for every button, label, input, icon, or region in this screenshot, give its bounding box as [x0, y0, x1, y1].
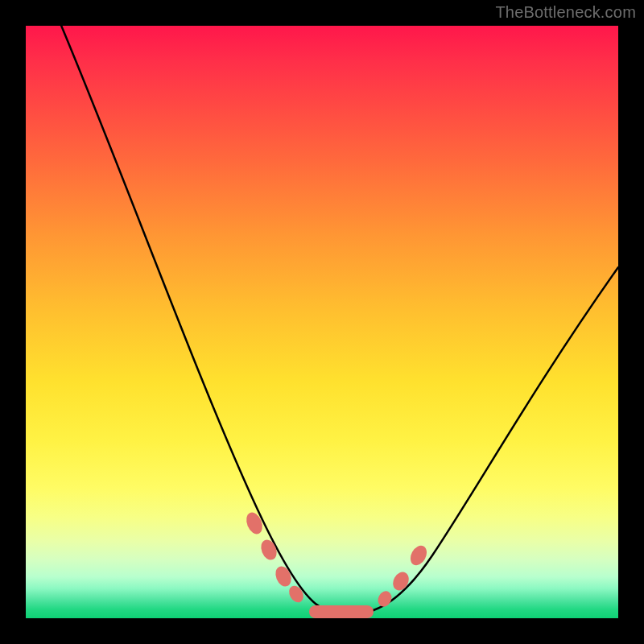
curve-svg	[26, 26, 618, 618]
marker-group	[243, 510, 430, 618]
marker-point	[287, 583, 307, 605]
marker-point	[258, 538, 279, 563]
outer-frame: TheBottleneck.com	[0, 0, 644, 644]
marker-point	[273, 564, 294, 589]
marker-point	[390, 569, 411, 593]
curve-right-branch	[374, 267, 618, 610]
marker-point	[243, 510, 265, 537]
watermark-text: TheBottleneck.com	[495, 3, 636, 22]
plot-area	[26, 26, 618, 618]
marker-point	[309, 605, 374, 618]
marker-point	[375, 588, 394, 609]
curve-left-branch	[58, 26, 340, 613]
